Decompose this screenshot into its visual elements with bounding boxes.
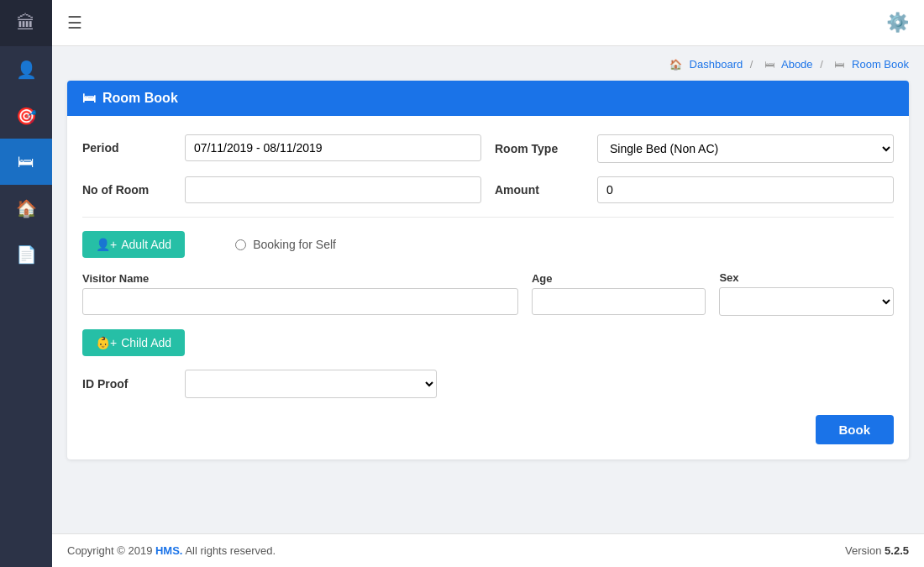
sidebar-item-reports[interactable]: 🎯	[0, 92, 52, 139]
divider	[82, 217, 894, 218]
room-book-card: 🛏 Room Book Period Room Type Single Bed …	[67, 81, 909, 459]
child-add-button[interactable]: 👶+ Child Add	[82, 329, 185, 356]
no-of-room-group: No of Room	[82, 176, 481, 203]
adult-add-row: 👤+ Adult Add Booking for Self	[82, 231, 894, 258]
breadcrumb-room-icon: 🛏	[834, 59, 844, 71]
breadcrumb-abode-icon: 🛏	[764, 59, 774, 71]
abode-icon: 🏠	[16, 198, 37, 218]
period-group: Period	[82, 134, 481, 161]
breadcrumb: 🏠 Dashboard / 🛏 Abode / 🛏 Room Book	[67, 58, 909, 71]
period-input[interactable]	[185, 134, 481, 161]
visitor-name-label: Visitor Name	[82, 272, 518, 285]
breadcrumb-dashboard-icon: 🏠	[669, 59, 682, 71]
booking-for-self-group: Booking for Self	[235, 238, 336, 251]
sidebar-item-abode[interactable]: 🏠	[0, 185, 52, 231]
footer-version-label: Version	[845, 544, 885, 557]
room-type-group: Room Type Single Bed (Non AC) Double Bed…	[495, 134, 894, 163]
sidebar-item-room-book[interactable]: 🛏	[0, 139, 52, 185]
child-add-container: 👶+ Child Add	[82, 329, 894, 370]
visitor-age-group: Age	[532, 272, 706, 315]
age-label: Age	[532, 272, 706, 285]
age-input[interactable]	[532, 288, 706, 315]
id-proof-row: ID Proof Aadhar Card PAN Card Passport D…	[82, 370, 894, 398]
sidebar: 🏛 👤 🎯 🛏 🏠 📄	[0, 0, 52, 567]
period-room-type-row: Period Room Type Single Bed (Non AC) Dou…	[82, 134, 894, 163]
child-add-label: Child Add	[121, 336, 171, 349]
booking-for-self-radio[interactable]	[235, 239, 246, 250]
sidebar-logo: 🏛	[0, 0, 52, 46]
footer-brand: HMS.	[155, 544, 183, 557]
no-of-room-amount-row: No of Room Amount	[82, 176, 894, 203]
visitor-sex-group: Sex Male Female Other	[719, 271, 894, 316]
footer-rights: All rights reserved.	[182, 544, 276, 557]
card-body: Period Room Type Single Bed (Non AC) Dou…	[67, 116, 909, 459]
footer-version-number: 5.2.5	[885, 544, 909, 557]
visitor-row: Visitor Name Age Sex Male Female Oth	[82, 271, 894, 316]
adult-add-icon: 👤+	[96, 238, 117, 251]
footer-copyright-text: Copyright © 2019	[67, 544, 155, 557]
amount-group: Amount	[495, 176, 894, 203]
adult-add-button[interactable]: 👤+ Adult Add	[82, 231, 185, 258]
id-proof-label: ID Proof	[82, 377, 175, 391]
no-of-room-input[interactable]	[185, 176, 481, 203]
child-add-icon: 👶+	[96, 336, 117, 349]
menu-toggle[interactable]: ☰	[67, 13, 82, 33]
room-type-select[interactable]: Single Bed (Non AC) Double Bed (Non AC) …	[597, 134, 894, 163]
breadcrumb-sep2: /	[820, 58, 823, 71]
period-label: Period	[82, 141, 175, 155]
user-avatar-icon: ⚙️	[886, 12, 909, 33]
breadcrumb-room-book[interactable]: Room Book	[852, 58, 909, 71]
content-area: 🏠 Dashboard / 🛏 Abode / 🛏 Room Book 🛏 Ro…	[52, 46, 924, 533]
reports-icon: 🎯	[16, 106, 37, 126]
amount-label: Amount	[495, 183, 587, 197]
room-book-icon: 🛏	[18, 152, 34, 171]
card-header: 🛏 Room Book	[67, 81, 909, 116]
sex-label: Sex	[719, 271, 894, 284]
breadcrumb-dashboard[interactable]: Dashboard	[690, 58, 743, 71]
footer-version: Version 5.2.5	[845, 544, 909, 557]
book-button[interactable]: Book	[816, 415, 895, 444]
room-type-label: Room Type	[495, 142, 587, 155]
main-area: ☰ ⚙️ 🏠 Dashboard / 🛏 Abode / 🛏 Room Book…	[52, 0, 924, 567]
visitor-name-input[interactable]	[82, 288, 518, 315]
logo-icon: 🏛	[17, 13, 35, 34]
sidebar-item-profile[interactable]: 👤	[0, 46, 52, 92]
breadcrumb-abode[interactable]: Abode	[781, 58, 813, 71]
card-header-title: Room Book	[102, 91, 178, 106]
topbar: ☰ ⚙️	[52, 0, 924, 46]
id-proof-select[interactable]: Aadhar Card PAN Card Passport Driving Li…	[185, 370, 437, 398]
breadcrumb-sep1: /	[750, 58, 753, 71]
adult-add-label: Adult Add	[121, 238, 171, 251]
footer-copyright: Copyright © 2019 HMS. All rights reserve…	[67, 544, 276, 557]
profile-icon: 👤	[16, 60, 37, 80]
footer: Copyright © 2019 HMS. All rights reserve…	[52, 533, 924, 567]
user-menu[interactable]: ⚙️	[886, 12, 909, 34]
sidebar-item-documents[interactable]: 📄	[0, 231, 52, 277]
sex-select[interactable]: Male Female Other	[719, 287, 894, 316]
book-row: Book	[82, 415, 894, 444]
documents-icon: 📄	[16, 244, 37, 265]
card-header-icon: 🛏	[82, 91, 96, 106]
no-of-room-label: No of Room	[82, 183, 175, 197]
amount-input[interactable]	[597, 176, 894, 203]
booking-for-self-label: Booking for Self	[253, 238, 336, 251]
visitor-name-group: Visitor Name	[82, 272, 518, 315]
